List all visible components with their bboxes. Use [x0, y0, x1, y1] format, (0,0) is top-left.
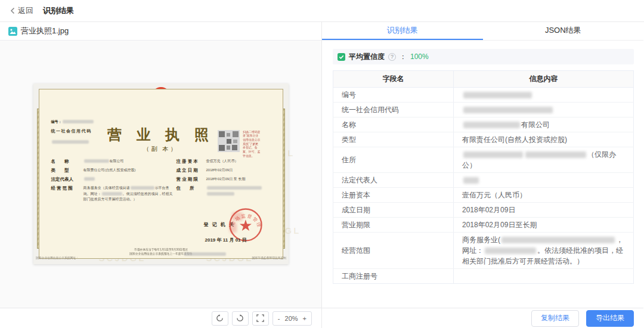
license-date: 2019 年 11 月 01 日: [205, 237, 247, 243]
value-text: 2018年02月09日至长期: [462, 221, 537, 229]
license-serial: 编号：: [51, 119, 94, 125]
license-field-value: 2018年02月09日 至 长期: [206, 177, 246, 182]
license-footer-left: 国家企业信用信息公示系统网址：: [36, 256, 79, 260]
tab-recognition-result[interactable]: 识别结果: [322, 22, 483, 40]
field-value-cell: 2018年02月09日: [454, 203, 634, 218]
file-name: 营业执照1.jpg: [21, 26, 69, 36]
value-text: 2018年02月09日: [206, 168, 233, 172]
viewer-toolbar: - 20% +: [0, 308, 321, 328]
top-bar: 返回 识别结果: [0, 0, 644, 22]
value-text: 2018年02月09日: [462, 206, 515, 214]
license-subtitle: （副 本）: [144, 145, 178, 153]
license-right-fields: 注 册 资 本壹佰万元（人民币）成 立 日 期2018年02月09日营 业 期 …: [177, 159, 275, 200]
field-value-cell: [454, 88, 634, 103]
license-field-row: 注 册 资 本壹佰万元（人民币）: [177, 159, 275, 165]
license-field-row: 经 营 范 围商务服务业（具体经营项目请示平台查询。网址：。依法须经批准的项目，…: [51, 185, 174, 203]
license-field-label: 住 所: [177, 185, 206, 191]
image-file-icon: [8, 27, 17, 36]
license-field-label: 类 型: [51, 168, 83, 174]
field-value-cell: 2018年02月09日至长期: [454, 218, 634, 233]
license-footer-right: 国家市场监督管理总局监制: [252, 256, 286, 260]
field-name-cell: 工商注册号: [333, 269, 454, 284]
column-header-field: 字段名: [333, 71, 454, 88]
rotate-right-icon: [236, 314, 244, 322]
redacted-text: [463, 177, 479, 184]
value-text: 壹佰万元（人民币）: [206, 159, 239, 163]
redacted-text: [463, 151, 523, 158]
file-header: 营业执照1.jpg: [0, 22, 321, 41]
business-license-image: SCJDGLSCJDGLSCJDGLSCJDGLSCJDGLSCJDGLSCJD…: [33, 83, 289, 264]
license-field-value: 2018年02月09日: [206, 168, 233, 174]
field-name-cell: 编号: [333, 88, 454, 103]
rotate-left-icon: [216, 314, 224, 322]
field-name-cell: 法定代表人: [333, 173, 454, 188]
redacted-text: [63, 120, 94, 123]
license-field-label: 法定代表人: [51, 177, 83, 182]
help-icon[interactable]: ?: [388, 53, 396, 61]
redacted-text: [184, 248, 227, 259]
redacted-text: [485, 247, 536, 254]
license-field-row: 住 所: [177, 185, 275, 197]
license-credit-code-label: 统一社会信用代码: [51, 128, 92, 134]
license-field-value: 商务服务业（具体经营项目请示平台查询。网址：。依法须经批准的项目，经相关部门批准…: [83, 185, 174, 203]
field-value-cell: [454, 103, 634, 117]
redacted-text: [525, 151, 586, 158]
field-name-cell: 注册资本: [333, 188, 454, 203]
page-title: 识别结果: [43, 5, 74, 16]
export-result-button[interactable]: 导出结果: [586, 310, 634, 327]
table-row: 注册资本壹佰万元（人民币）: [333, 188, 634, 203]
result-tabs: 识别结果JSON结果: [322, 22, 643, 41]
redacted-text: [501, 237, 615, 243]
field-name-cell: 经营范围: [333, 233, 454, 269]
value-text: 有限责任公司(自然人投资或控股): [462, 135, 567, 144]
license-field-row: 营 业 期 限2018年02月09日 至 长期: [177, 177, 275, 182]
field-value-cell: 有限责任公司(自然人投资或控股): [454, 132, 634, 147]
table-row: 成立日期2018年02月09日: [333, 203, 634, 218]
field-value-cell: [454, 173, 634, 188]
back-button[interactable]: 返回: [10, 5, 33, 16]
license-field-value: [83, 177, 95, 182]
table-row: 类型有限责任公司(自然人投资或控股): [333, 132, 634, 147]
confidence-bar: 平均置信度 ? ： 100%: [333, 49, 634, 64]
redacted-text: [463, 122, 520, 128]
table-header-row: 字段名 信息内容: [333, 71, 634, 88]
license-left-fields: 名 称有限公司类 型有限责任公司(自然人投资或控股)法定代表人经 营 范 围商务…: [51, 159, 174, 206]
zoom-out-button[interactable]: -: [278, 315, 280, 322]
value-text: 有限公司: [110, 159, 124, 163]
license-field-label: 经 营 范 围: [51, 185, 83, 191]
fullscreen-icon: [256, 314, 264, 322]
field-value-cell: 有限公司: [454, 117, 634, 132]
zoom-in-button[interactable]: +: [303, 315, 306, 322]
redacted-text: [463, 92, 532, 98]
tab-json-result[interactable]: JSON结果: [483, 22, 644, 40]
field-name-cell: 名称: [333, 117, 454, 132]
field-name-cell: 成立日期: [333, 203, 454, 218]
rotate-left-button[interactable]: [212, 311, 228, 326]
copy-result-button[interactable]: 复制结果: [531, 310, 579, 327]
license-field-row: 法定代表人: [51, 177, 174, 182]
field-name-cell: 住所: [333, 147, 454, 173]
field-name-cell: 类型: [333, 132, 454, 147]
fit-screen-button[interactable]: [252, 311, 269, 326]
license-field-value: [206, 185, 275, 197]
license-field-row: 名 称有限公司: [51, 159, 174, 165]
license-field-row: 成 立 日 期2018年02月09日: [177, 168, 275, 174]
confidence-colon: ：: [400, 52, 407, 62]
zoom-level: 20%: [285, 315, 298, 322]
redacted-text: [463, 107, 553, 113]
license-field-value: 有限责任公司(自然人投资或控股): [83, 168, 136, 174]
value-text: 商务服务业(: [462, 236, 500, 244]
qr-code: [218, 130, 240, 152]
value-text: 商务服务业（具体经营项目请: [83, 186, 130, 190]
license-title: 营 业 执 照: [107, 125, 214, 144]
confidence-label: 平均置信度: [349, 52, 385, 62]
redacted-text: [207, 186, 262, 190]
field-name-cell: 统一社会信用代码: [333, 103, 454, 117]
license-field-label: 注 册 资 本: [177, 159, 206, 165]
rotate-right-button[interactable]: [232, 311, 249, 326]
table-row: 编号: [333, 88, 634, 103]
value-text: 壹佰万元（人民币）: [462, 191, 527, 199]
license-field-label: 营 业 期 限: [177, 177, 206, 182]
table-row: 营业期限2018年02月09日至长期: [333, 218, 634, 233]
svg-text:★: ★: [239, 216, 252, 234]
